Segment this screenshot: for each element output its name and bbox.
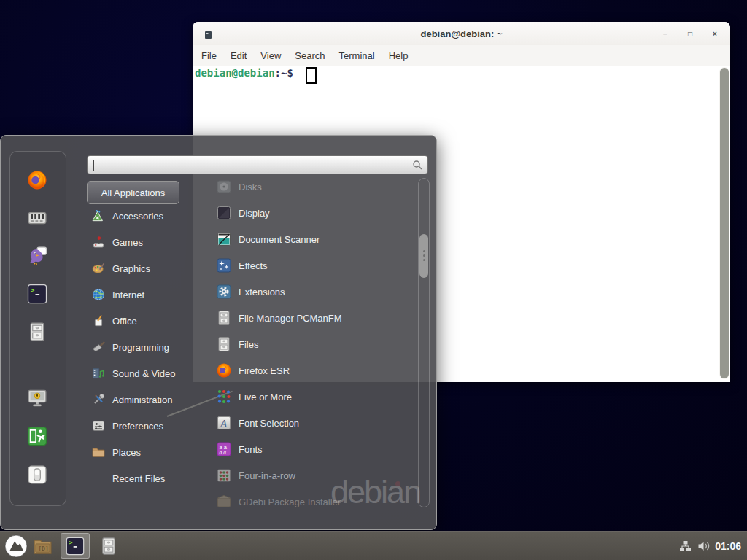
places-icon: [91, 445, 106, 459]
prompt-user-host: debian@debian: [195, 67, 275, 79]
menu-button[interactable]: [4, 534, 28, 560]
preferences-icon: [91, 419, 106, 433]
menu-terminal[interactable]: Terminal: [333, 48, 381, 63]
terminal-task-button[interactable]: >: [61, 533, 90, 559]
terminal-scrollbar-thumb[interactable]: [720, 68, 729, 378]
application-list: Disks Display Document Scanner Effects E…: [204, 174, 417, 515]
firefox-icon[interactable]: [26, 169, 48, 191]
menu-edit[interactable]: Edit: [225, 48, 252, 63]
category-internet[interactable]: Internet: [87, 281, 198, 308]
logout-icon[interactable]: [26, 425, 48, 447]
category-sound-video[interactable]: Sound & Video: [87, 360, 198, 386]
five-or-more-icon: [215, 388, 233, 405]
app-font-selection[interactable]: A Font Selection: [204, 410, 417, 436]
svg-text:A: A: [220, 418, 228, 429]
accessories-icon: [91, 209, 106, 223]
file-cabinet-icon[interactable]: [26, 321, 48, 343]
file-cabinet-icon: [215, 309, 233, 327]
terminal-titlebar[interactable]: debian@debian: ~ − □ ×: [193, 22, 730, 46]
programming-icon: [91, 340, 106, 354]
firefox-icon: [215, 362, 233, 379]
graphics-icon: [91, 261, 106, 276]
internet-icon: [91, 287, 106, 302]
menu-file[interactable]: File: [196, 48, 222, 63]
app-list-scrollbar-thumb[interactable]: [419, 234, 428, 278]
minimize-button[interactable]: −: [657, 22, 673, 45]
pidgin-icon[interactable]: [26, 245, 48, 267]
fonts-icon: a aa a: [215, 440, 233, 458]
app-five-or-more[interactable]: Five or More: [204, 384, 417, 410]
svg-text:[D]: [D]: [38, 545, 48, 552]
window-title: debian@debian: ~: [193, 28, 730, 39]
terminal-scrollbar[interactable]: [719, 67, 729, 379]
category-list: Accessories Games Graphics Internet Offi…: [87, 203, 198, 491]
taskbar-clock[interactable]: 01:06: [715, 532, 741, 560]
app-firefox-esr[interactable]: Firefox ESR: [204, 357, 417, 384]
terminal-cursor: [306, 67, 317, 84]
office-icon: [91, 314, 106, 328]
terminal-menubar: File Edit View Search Terminal Help: [193, 45, 730, 66]
app-effects[interactable]: Effects: [204, 252, 417, 279]
keyboard-settings-icon[interactable]: [26, 207, 48, 229]
category-preferences[interactable]: Preferences: [87, 413, 198, 439]
all-applications-label: All Applications: [101, 187, 165, 198]
lock-screen-icon[interactable]: [26, 387, 48, 409]
app-extensions[interactable]: Extensions: [204, 279, 417, 305]
prompt-path: :~$: [275, 67, 293, 79]
category-places[interactable]: Places: [87, 439, 198, 465]
shutdown-icon[interactable]: [26, 464, 48, 486]
file-manager-taskbar-icon[interactable]: [D]: [32, 536, 53, 560]
file-cabinet-icon: [215, 335, 233, 353]
category-programming[interactable]: Programming: [87, 334, 198, 360]
extensions-icon: [215, 283, 233, 300]
terminal-icon[interactable]: >: [26, 283, 48, 305]
category-office[interactable]: Office: [87, 308, 198, 334]
app-file-manager-pcmanfm[interactable]: File Manager PCManFM: [204, 305, 417, 331]
network-icon[interactable]: [679, 540, 692, 555]
four-in-a-row-icon: [215, 467, 233, 484]
category-administration[interactable]: Administration: [87, 386, 198, 413]
app-disks[interactable]: Disks: [204, 174, 417, 200]
favorites-column: >: [9, 151, 66, 506]
files-taskbar-icon[interactable]: [98, 536, 119, 559]
disks-icon: [215, 178, 233, 195]
gdebi-icon: [215, 493, 233, 510]
search-icon: [412, 160, 423, 174]
category-recent-files[interactable]: Recent Files: [87, 465, 198, 491]
font-selection-icon: A: [215, 414, 233, 432]
app-display[interactable]: Display: [204, 200, 417, 226]
menu-help[interactable]: Help: [383, 48, 414, 63]
application-menu: debian >: [0, 135, 437, 530]
app-files[interactable]: Files: [204, 331, 417, 357]
app-four-in-a-row[interactable]: Four-in-a-row: [204, 462, 417, 489]
menu-search-box: [87, 155, 428, 174]
svg-text:>: >: [69, 539, 72, 546]
document-scanner-icon: [215, 230, 233, 248]
taskbar: [D] > 01:06: [0, 531, 747, 560]
all-applications-button[interactable]: All Applications: [87, 181, 179, 204]
games-icon: [91, 235, 106, 249]
category-graphics[interactable]: Graphics: [87, 255, 198, 281]
close-button[interactable]: ×: [707, 22, 723, 45]
volume-icon[interactable]: [697, 540, 711, 555]
effects-icon: [215, 257, 233, 274]
maximize-button[interactable]: □: [682, 22, 698, 45]
display-icon: [215, 204, 233, 222]
app-document-scanner[interactable]: Document Scanner: [204, 226, 417, 252]
text-cursor: [93, 160, 94, 171]
search-input[interactable]: [92, 158, 406, 171]
svg-text:a a: a a: [220, 449, 227, 456]
svg-text:>: >: [31, 286, 35, 294]
app-gdebi-package-installer[interactable]: GDebi Package Installer: [204, 489, 417, 515]
sound-video-icon: [91, 366, 106, 381]
app-list-scrollbar-track[interactable]: [418, 178, 430, 508]
category-games[interactable]: Games: [87, 229, 198, 255]
app-fonts[interactable]: a aa a Fonts: [204, 436, 417, 462]
menu-search[interactable]: Search: [289, 48, 330, 63]
category-accessories[interactable]: Accessories: [87, 203, 198, 229]
terminal-prompt: debian@debian:~$: [195, 67, 293, 102]
administration-icon: [91, 392, 106, 407]
menu-view[interactable]: View: [255, 48, 287, 63]
